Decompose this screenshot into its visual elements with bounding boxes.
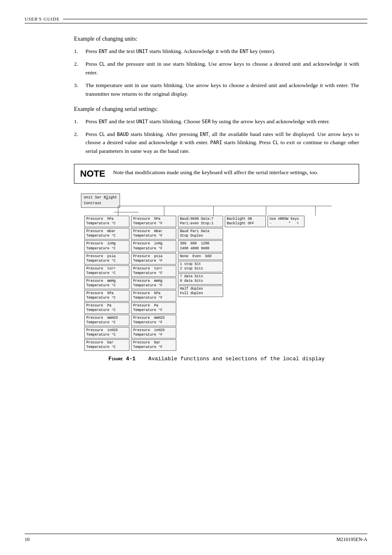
page-header: User's Guide (25, 16, 367, 23)
col1-header: Pressure hPaTemperature °C (84, 216, 129, 227)
figure-caption: Figure 4-1 Available functions and selec… (108, 356, 325, 362)
header-title: User's Guide (25, 16, 60, 21)
section2-title: Example of changing serial settings: (74, 106, 359, 113)
col2-header: Pressure hPaTemperature °F (131, 216, 176, 227)
list-item: 2. Press CL and BAUD starts blinking. Af… (74, 130, 359, 156)
header-line (63, 19, 367, 19)
col4-header: Backlight ONBacklight OFF (225, 216, 266, 227)
list-item: 1. Press ENT and the text UNIT starts bl… (74, 47, 359, 56)
section2-list: 1. Press ENT and the text UNIT starts bl… (74, 117, 359, 156)
col-arrow: Use ARROW keys- * + (267, 216, 304, 227)
list-item: 3. The temperature unit in use starts bl… (74, 81, 359, 99)
list-item: 1. Press ENT and the text UNIT starts bl… (74, 117, 359, 126)
page-footer: 10 M210195EN-A (25, 534, 367, 543)
note-label: NOTE (80, 168, 113, 179)
figure-label: Figure 4-1 (108, 356, 136, 362)
col-serial: Baud:9600 Data:7Pari:even Stop:1 Baud Pa… (178, 216, 223, 297)
content-area: Example of changing units: 1. Press ENT … (74, 36, 359, 362)
doc-reference: M210195EN-A (337, 537, 367, 543)
diagram-container: Unit Ser BlightContrast (74, 193, 359, 362)
note-box: NOTE Note that modifications made using … (74, 164, 359, 184)
col-backlight: Backlight ONBacklight OFF (225, 216, 266, 227)
list-item: 2. Press CL and the pressure unit in use… (74, 60, 359, 77)
page-number: 10 (25, 537, 30, 543)
section1-title: Example of changing units: (74, 36, 359, 42)
page: User's Guide Example of changing units: … (0, 0, 392, 555)
section1-list: 1. Press ENT and the text UNIT starts bl… (74, 47, 359, 99)
figure-text: Available functions and selections of th… (148, 356, 325, 362)
col-pressure-c: Pressure hPaTemperature °C Pressure mbar… (84, 216, 129, 351)
col3-header: Baud:9600 Data:7Pari:even Stop:1 (178, 216, 223, 227)
col5-header: Use ARROW keys- * + (267, 216, 304, 227)
note-text: Note that modifications made using the k… (113, 168, 318, 179)
col-pressure-f: Pressure hPaTemperature °F Pressure mbar… (131, 216, 176, 351)
